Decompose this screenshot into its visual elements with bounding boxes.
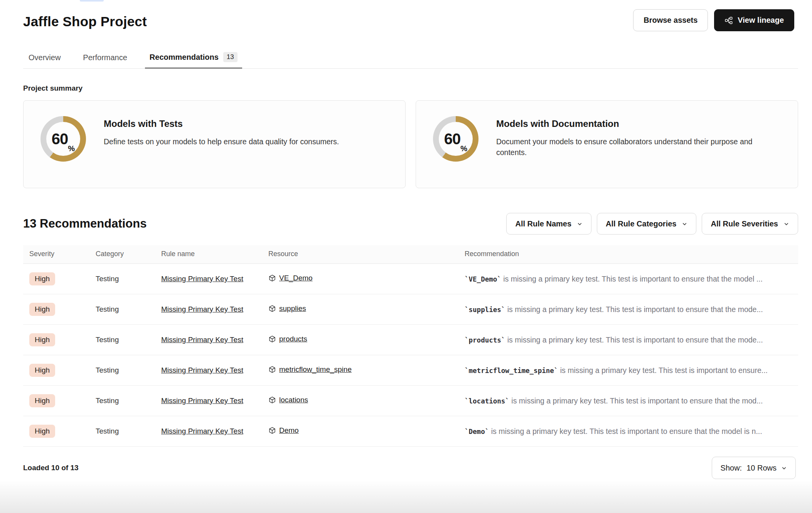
tests-donut-chart: 60 % (40, 116, 86, 162)
rule-names-filter[interactable]: All Rule Names (506, 213, 591, 235)
col-severity: Severity (23, 245, 89, 264)
table-header-row: Severity Category Rule name Resource Rec… (23, 245, 798, 264)
severity-badge: High (29, 364, 55, 377)
summary-cards: 60 % Models with Tests Define tests on y… (23, 100, 798, 188)
documentation-card-title: Models with Documentation (496, 118, 781, 129)
chevron-down-icon (783, 221, 789, 227)
col-recommendation: Recommendation (458, 245, 798, 264)
page-title: Jaffle Shop Project (23, 14, 147, 29)
project-page: Jaffle Shop Project Browse assets View l… (0, 0, 812, 479)
table-row: HighTestingMissing Primary Key TestDemo`… (23, 416, 798, 447)
recommendation-code: `locations` (465, 397, 509, 405)
documentation-percent-value: 60 (444, 130, 461, 148)
recommendation-code: `Demo` (465, 428, 489, 435)
col-category: Category (89, 245, 155, 264)
severity-badge: High (29, 303, 55, 316)
documentation-percent-suffix: % (460, 144, 467, 156)
category-cell: Testing (96, 305, 119, 313)
recommendation-text: is missing a primary key test. This test… (489, 427, 762, 435)
scroll-fade-overlay (0, 480, 812, 513)
rule-name-link[interactable]: Missing Primary Key Test (161, 305, 243, 313)
model-cube-icon (268, 274, 276, 282)
table-row: HighTestingMissing Primary Key Testlocat… (23, 386, 798, 416)
severity-badge: High (29, 272, 55, 285)
recommendations-header: 13 Recommendations All Rule Names All Ru… (23, 213, 798, 235)
tab-overview[interactable]: Overview (24, 50, 65, 68)
chevron-down-icon (682, 221, 687, 227)
recommendation-text: is missing a primary key test. This test… (501, 275, 763, 283)
resource-link[interactable]: supplies (279, 304, 306, 313)
tab-recommendations[interactable]: Recommendations 13 (145, 49, 242, 68)
tests-percent-value: 60 (52, 130, 68, 148)
resource-link[interactable]: Demo (279, 426, 299, 435)
browse-assets-label: Browse assets (644, 16, 697, 25)
project-summary-label: Project summary (23, 84, 798, 93)
rows-per-page-select[interactable]: Show: 10 Rows (712, 457, 796, 479)
rule-name-link[interactable]: Missing Primary Key Test (161, 427, 243, 435)
severity-badge: High (29, 394, 55, 407)
models-with-documentation-card: 60 % Models with Documentation Document … (416, 100, 798, 188)
tab-performance[interactable]: Performance (78, 50, 132, 68)
tab-recommendations-count-badge: 13 (223, 52, 238, 62)
category-cell: Testing (96, 275, 119, 283)
lineage-graph-icon (724, 16, 733, 25)
documentation-donut-chart: 60 % (433, 116, 478, 162)
filter-bar: All Rule Names All Rule Categories All R… (506, 213, 798, 235)
severity-badge: High (29, 425, 55, 438)
table-row: HighTestingMissing Primary Key Testsuppl… (23, 294, 798, 325)
rule-name-link[interactable]: Missing Primary Key Test (161, 397, 243, 405)
category-cell: Testing (96, 427, 119, 435)
show-label: Show: (721, 464, 742, 472)
recommendation-code: `metricflow_time_spine` (465, 367, 558, 375)
recommendation-code: `products` (465, 336, 505, 344)
model-cube-icon (268, 305, 276, 312)
col-rule-name: Rule name (155, 245, 262, 264)
rule-name-link[interactable]: Missing Primary Key Test (161, 275, 243, 283)
tab-performance-label: Performance (83, 53, 127, 62)
table-row: HighTestingMissing Primary Key Testmetri… (23, 355, 798, 386)
table-row: HighTestingMissing Primary Key Testprodu… (23, 325, 798, 355)
category-cell: Testing (96, 336, 119, 344)
page-header: Jaffle Shop Project Browse assets View l… (23, 9, 798, 31)
rule-severities-filter[interactable]: All Rule Severities (702, 213, 798, 235)
model-cube-icon (268, 366, 276, 373)
resource-link[interactable]: VE_Demo (279, 274, 313, 282)
recommendation-text: is missing a primary key test. This test… (558, 366, 768, 375)
chevron-down-icon (781, 465, 787, 471)
rule-name-link[interactable]: Missing Primary Key Test (161, 366, 243, 374)
rule-name-link[interactable]: Missing Primary Key Test (161, 336, 243, 344)
view-lineage-label: View lineage (738, 16, 784, 25)
recommendations-heading: 13 Recommendations (23, 217, 147, 231)
tab-recommendations-label: Recommendations (150, 53, 219, 62)
severity-badge: High (29, 333, 55, 346)
browse-assets-button[interactable]: Browse assets (633, 9, 708, 31)
models-with-tests-card: 60 % Models with Tests Define tests on y… (23, 100, 406, 188)
tab-bar: Overview Performance Recommendations 13 (23, 49, 798, 69)
header-actions: Browse assets View lineage (633, 9, 794, 31)
tests-percent-suffix: % (68, 144, 75, 156)
table-footer: Loaded 10 of 13 Show: 10 Rows (23, 457, 798, 479)
model-cube-icon (268, 335, 276, 343)
resource-link[interactable]: metricflow_time_spine (279, 365, 352, 374)
documentation-card-description: Document your models to ensure collabora… (496, 136, 781, 158)
view-lineage-button[interactable]: View lineage (714, 9, 794, 31)
tab-overview-label: Overview (29, 53, 61, 62)
model-cube-icon (268, 396, 276, 404)
recommendations-table: Severity Category Rule name Resource Rec… (23, 245, 798, 447)
tests-card-title: Models with Tests (104, 118, 339, 129)
table-row: HighTestingMissing Primary Key TestVE_De… (23, 264, 798, 294)
recommendation-text: is missing a primary key test. This test… (509, 397, 763, 405)
recommendation-code: `VE_Demo` (465, 275, 501, 283)
chevron-down-icon (577, 221, 583, 227)
show-value: 10 Rows (746, 464, 777, 472)
rule-categories-filter[interactable]: All Rule Categories (597, 213, 696, 235)
loaded-count-label: Loaded 10 of 13 (23, 464, 79, 472)
category-cell: Testing (96, 397, 119, 405)
resource-link[interactable]: locations (279, 396, 308, 404)
col-resource: Resource (262, 245, 458, 264)
recommendation-code: `supplies` (465, 306, 505, 314)
recommendation-text: is missing a primary key test. This test… (505, 336, 763, 344)
recommendation-text: is missing a primary key test. This test… (505, 305, 763, 314)
model-cube-icon (268, 427, 276, 434)
resource-link[interactable]: products (279, 335, 307, 343)
